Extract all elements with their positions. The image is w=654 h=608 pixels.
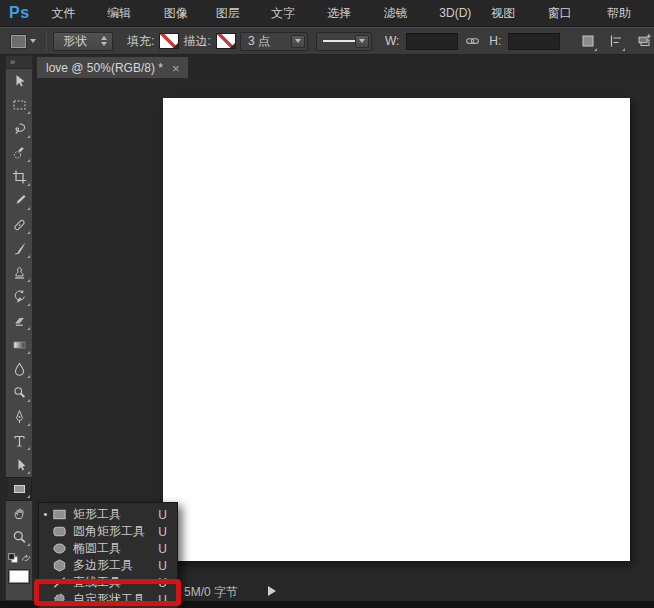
path-arrange-button[interactable] [634, 31, 654, 52]
photoshop-window: Ps 文件(F)编辑(E)图像(I)图层(L)文字(Y)选择(S)滤镜(T)3D… [0, 0, 654, 608]
quick-selection-tool[interactable] [6, 141, 32, 165]
menubar-item-9[interactable]: 窗口(W) [538, 0, 597, 27]
menubar-item-10[interactable]: 帮助(H) [597, 0, 654, 27]
menubar-item-8[interactable]: 视图(V) [481, 0, 537, 27]
lasso-tool-icon [11, 121, 28, 137]
flyout-item-shortcut: U [158, 508, 167, 522]
flyout-item-label: 直线工具 [73, 574, 158, 591]
eraser-tool[interactable] [6, 309, 32, 333]
flyout-item-custom-shape-tool[interactable]: 自定形状工具U [39, 591, 177, 608]
chevron-down-icon [594, 48, 597, 51]
blur-tool[interactable] [6, 357, 32, 381]
default-colors-icon[interactable] [7, 550, 19, 568]
menubar-item-6[interactable]: 滤镜(T) [374, 0, 430, 27]
brush-tool[interactable] [6, 237, 32, 261]
double-chevron-icon: » [10, 57, 16, 67]
spot-healing-brush-tool-icon [11, 217, 28, 233]
rounded-rectangle-icon [52, 524, 68, 540]
rectangular-marquee-tool[interactable] [6, 93, 32, 117]
path-arrange-icon [636, 33, 652, 49]
history-brush-tool[interactable] [6, 285, 32, 309]
stroke-width-select[interactable]: 3 点 [240, 32, 308, 51]
stroke-style-select[interactable] [316, 32, 372, 51]
gradient-tool[interactable] [6, 333, 32, 357]
move-tool[interactable] [6, 69, 32, 93]
flyout-item-rectangle-tool[interactable]: •矩形工具U [39, 506, 177, 523]
flyout-item-shortcut: U [158, 576, 167, 590]
chevron-down-icon [230, 43, 235, 48]
path-selection-tool[interactable] [6, 453, 32, 477]
foreground-color-swatch[interactable] [9, 570, 29, 583]
ellipse-icon [52, 541, 68, 557]
menubar-item-5[interactable]: 选择(S) [317, 0, 373, 27]
zoom-tool-icon [11, 529, 28, 545]
menubar-item-0[interactable]: 文件(F) [42, 0, 98, 27]
flyout-item-polygon-tool[interactable]: 多边形工具U [39, 557, 177, 574]
crop-tool-icon [11, 169, 28, 185]
menubar-item-4[interactable]: 文字(Y) [261, 0, 317, 27]
stroke-label: 描边: [183, 33, 210, 50]
flyout-item-line-tool[interactable]: 直线工具U [39, 574, 177, 591]
spot-healing-brush-tool[interactable] [6, 213, 32, 237]
fill-swatch[interactable] [159, 33, 179, 49]
path-alignment-button[interactable] [606, 31, 626, 52]
lasso-tool[interactable] [6, 117, 32, 141]
document-canvas[interactable] [163, 98, 630, 561]
stroke-swatch[interactable] [216, 33, 236, 49]
height-input[interactable] [508, 33, 560, 50]
menubar-item-3[interactable]: 图层(L) [206, 0, 261, 27]
menubar-item-2[interactable]: 图像(I) [154, 0, 206, 27]
chevron-down-icon [622, 48, 625, 51]
path-selection-tool-icon [11, 457, 28, 473]
gradient-tool-icon [11, 337, 28, 353]
flyout-item-shortcut: U [158, 593, 167, 607]
crop-tool[interactable] [6, 165, 32, 189]
tool-preset-picker[interactable] [7, 33, 40, 50]
document-tab-title: love @ 50%(RGB/8) * [46, 61, 163, 75]
rectangle-icon [52, 507, 68, 523]
rectangle-tool[interactable] [6, 477, 32, 501]
blur-tool-icon [11, 361, 28, 377]
dodge-tool[interactable] [6, 381, 32, 405]
tools-panel: » [5, 55, 33, 601]
tool-mode-select[interactable]: 形状 [53, 32, 113, 51]
collapse-toolbar-button[interactable]: » [6, 56, 32, 69]
switch-colors-icon[interactable] [20, 550, 32, 568]
selected-marker: • [39, 506, 52, 523]
width-input[interactable] [406, 33, 458, 50]
zoom-tool[interactable] [6, 525, 32, 549]
tab-close-icon[interactable]: × [172, 62, 180, 75]
photoshop-logo: Ps [9, 4, 30, 22]
custom-shape-icon [52, 592, 68, 608]
menubar-item-7[interactable]: 3D(D) [429, 0, 481, 27]
flyout-item-label: 自定形状工具 [73, 591, 158, 608]
flyout-item-ellipse-tool[interactable]: 椭圆工具U [39, 540, 177, 557]
quick-selection-tool-icon [11, 145, 28, 161]
eyedropper-tool[interactable] [6, 189, 32, 213]
width-label: W: [385, 34, 399, 48]
flyout-item-rounded-rectangle-tool[interactable]: 圆角矩形工具U [39, 523, 177, 540]
flyout-item-label: 矩形工具 [73, 506, 158, 523]
link-dimensions-icon[interactable] [464, 33, 481, 49]
hand-tool[interactable] [6, 501, 32, 525]
path-operations-button[interactable] [578, 31, 598, 52]
line-icon [52, 575, 68, 591]
flyout-item-shortcut: U [158, 559, 167, 573]
shape-tools-flyout: •矩形工具U圆角矩形工具U椭圆工具U多边形工具U直线工具U自定形状工具U [38, 502, 178, 608]
eraser-tool-icon [11, 313, 28, 329]
status-menu-arrow-icon[interactable] [268, 586, 276, 596]
pen-tool[interactable] [6, 405, 32, 429]
chevron-down-icon [30, 39, 36, 43]
document-tab[interactable]: love @ 50%(RGB/8) * × [36, 56, 189, 79]
tool-mode-label: 形状 [63, 33, 87, 50]
menubar-item-1[interactable]: 编辑(E) [97, 0, 153, 27]
rectangle-tool-icon [11, 481, 28, 497]
stroke-width-value: 3 点 [248, 33, 270, 50]
chevron-down-icon [355, 35, 369, 48]
menu-items: 文件(F)编辑(E)图像(I)图层(L)文字(Y)选择(S)滤镜(T)3D(D)… [42, 0, 654, 27]
clone-stamp-tool[interactable] [6, 261, 32, 285]
flyout-item-label: 椭圆工具 [73, 540, 158, 557]
type-tool[interactable] [6, 429, 32, 453]
height-label: H: [489, 34, 501, 48]
polygon-icon [52, 558, 68, 574]
